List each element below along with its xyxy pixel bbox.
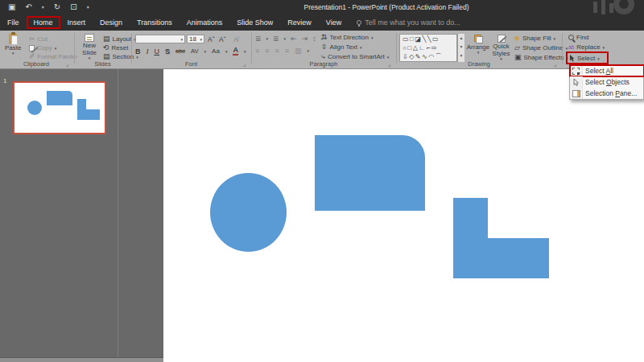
tab-file[interactable]: File	[0, 16, 27, 29]
undo-dropdown-icon[interactable]: ▾	[42, 0, 44, 14]
bold-button[interactable]: B	[135, 47, 141, 56]
arrange-button[interactable]: Arrange ▾	[468, 35, 489, 56]
window-title: Presentation1 - PowerPoint (Product Acti…	[225, 3, 547, 11]
font-name-combo[interactable]: ▾	[135, 35, 185, 43]
drawing-group-label: Drawing	[396, 60, 562, 68]
reset-button[interactable]: ⟲ Reset	[103, 44, 128, 51]
shape-outline-dropdown-icon: ▾	[566, 46, 568, 51]
tab-transitions[interactable]: Transitions	[130, 16, 180, 29]
undo-icon[interactable]: ↶	[25, 0, 31, 14]
slide-canvas[interactable]	[163, 69, 644, 362]
gallery-scroll-up-icon[interactable]: ▲	[458, 34, 464, 43]
align-left-button[interactable]: ≡	[255, 47, 259, 55]
line-spacing-button[interactable]: ↕	[312, 35, 316, 43]
strikethrough-button[interactable]: abc	[175, 47, 185, 55]
start-slideshow-icon[interactable]: ⊡	[70, 0, 76, 14]
title-bar: ▣ ↶ ▾ ↻ ⊡ ▾ Presentation1 - PowerPoint (…	[0, 0, 644, 14]
text-shadow-button[interactable]: S	[165, 47, 170, 56]
quick-styles-button[interactable]: Quick Styles ▾	[490, 35, 512, 62]
bullets-button[interactable]: ≣	[255, 35, 262, 43]
tab-insert[interactable]: Insert	[60, 16, 93, 29]
columns-button[interactable]: ▥	[295, 47, 302, 55]
replace-button[interactable]: ab Replace ▾	[568, 43, 605, 51]
grow-font-button[interactable]: Aˆ	[208, 35, 215, 43]
align-text-button[interactable]: ⇳ Align Text ▾	[321, 43, 362, 51]
shape-effects-dropdown-icon: ▾	[566, 56, 568, 60]
quick-styles-icon	[497, 35, 506, 43]
ellipse-shape[interactable]	[210, 173, 287, 252]
paste-dropdown-icon: ▾	[12, 51, 14, 56]
font-size-combo[interactable]: 18 ▾	[187, 35, 204, 43]
clipboard-dialog-launcher-icon[interactable]: ⌟	[66, 61, 68, 68]
shapes-gallery[interactable]: ▭□◪╲╲▭ ○□△∟⌐⇨ ⇩◇✎∿◠⌒	[399, 34, 457, 62]
tab-home[interactable]: Home	[27, 16, 60, 29]
select-button[interactable]: Select ▾	[569, 55, 600, 62]
align-right-button[interactable]: ≡	[275, 47, 279, 55]
font-dialog-launcher-icon[interactable]: ⌟	[243, 61, 246, 68]
character-spacing-dropdown-icon: ▾	[204, 49, 207, 54]
save-icon[interactable]: ▣	[8, 0, 15, 14]
underline-button[interactable]: U	[155, 47, 160, 56]
new-slide-button[interactable]: New Slide ▾	[78, 34, 101, 61]
paste-icon	[9, 34, 17, 44]
ribbon: Paste ▾ ✂ Cut Copy ▾ ✐ Format Painter Cl…	[0, 31, 644, 69]
tab-animations[interactable]: Animations	[180, 16, 230, 29]
powerpoint-window: ▣ ↶ ▾ ↻ ⊡ ▾ Presentation1 - PowerPoint (…	[0, 0, 644, 362]
shrink-font-button[interactable]: Aˇ	[219, 35, 226, 43]
select-objects-label: Select Objects	[583, 78, 630, 86]
text-direction-button[interactable]: ⇅ Text Direction ▾	[321, 34, 374, 41]
align-center-button[interactable]: ≡	[265, 47, 269, 55]
cut-button[interactable]: ✂ Cut	[29, 35, 47, 43]
numbering-button[interactable]: ≣	[273, 35, 279, 43]
quick-styles-label: Quick Styles	[490, 43, 512, 57]
font-color-button[interactable]: A	[233, 47, 238, 56]
paste-button[interactable]: Paste ▾	[5, 34, 21, 56]
slide-thumbnail-1[interactable]	[13, 81, 106, 134]
tab-slide-show[interactable]: Slide Show	[229, 16, 280, 29]
clear-formatting-button[interactable]: A̸	[233, 35, 238, 43]
arrange-dropdown-icon: ▾	[477, 51, 480, 56]
customize-qat-icon[interactable]: ▾	[87, 0, 89, 14]
selection-pane-label: Selection Pane...	[583, 89, 637, 97]
decrease-indent-button[interactable]: ⇤	[291, 35, 297, 43]
smartart-icon: ⤷	[321, 53, 325, 60]
paragraph-dialog-launcher-icon[interactable]: ⌟	[388, 61, 390, 68]
menu-item-select-all[interactable]: Select All	[570, 65, 643, 76]
convert-to-smartart-button[interactable]: ⤷ Convert to SmartArt ▾	[321, 53, 389, 60]
shape-fill-button[interactable]: ◆ Shape Fill ▾	[514, 35, 555, 42]
clipboard-group-label: Clipboard	[0, 60, 72, 68]
quick-access-toolbar: ▣ ↶ ▾ ↻ ⊡ ▾	[8, 0, 89, 14]
arrange-icon	[474, 35, 483, 43]
tab-design[interactable]: Design	[93, 16, 130, 29]
justify-button[interactable]: ≡	[285, 47, 289, 55]
copy-button[interactable]: Copy ▾	[29, 44, 56, 51]
shapes-gallery-scrollbar[interactable]: ▲ ▼ ▼	[457, 34, 464, 62]
round-corner-rectangle-shape[interactable]	[315, 135, 425, 211]
watermark-bar	[593, 2, 597, 13]
tab-review[interactable]: Review	[280, 16, 319, 29]
select-cursor-icon	[569, 55, 575, 62]
l-shape[interactable]	[453, 238, 549, 278]
shapes-gallery-row: ▭□◪╲╲▭	[402, 35, 456, 43]
gallery-scroll-down-icon[interactable]: ▼	[458, 43, 464, 51]
redo-icon[interactable]: ↻	[54, 0, 60, 14]
increase-indent-button[interactable]: ⇥	[302, 35, 308, 43]
tab-view[interactable]: View	[319, 16, 349, 29]
drawing-dialog-launcher-icon[interactable]: ⌟	[554, 61, 556, 68]
gallery-more-icon[interactable]: ▼	[458, 51, 464, 60]
copy-label: Copy	[37, 44, 52, 51]
paragraph-group-label: Paragraph	[251, 60, 396, 68]
character-spacing-button[interactable]: AV	[191, 47, 198, 55]
shape-fill-label: Shape Fill	[522, 35, 551, 42]
menu-item-selection-pane[interactable]: Selection Pane...	[570, 88, 643, 99]
section-button[interactable]: ▤ Section ▾	[103, 53, 138, 60]
change-case-button[interactable]: Aa	[212, 47, 220, 55]
menu-item-select-objects[interactable]: Select Objects	[570, 76, 643, 88]
format-painter-button[interactable]: ✐ Format Painter	[29, 53, 77, 60]
text-direction-dropdown-icon: ▾	[371, 35, 374, 40]
tell-me-box[interactable]: Tell me what you want to do...	[357, 19, 460, 27]
shape-outline-button[interactable]: ▱ Shape Outline ▾	[514, 44, 568, 51]
reset-label: Reset	[112, 44, 129, 51]
italic-button[interactable]: I	[147, 47, 149, 56]
find-button[interactable]: Find	[568, 34, 589, 41]
